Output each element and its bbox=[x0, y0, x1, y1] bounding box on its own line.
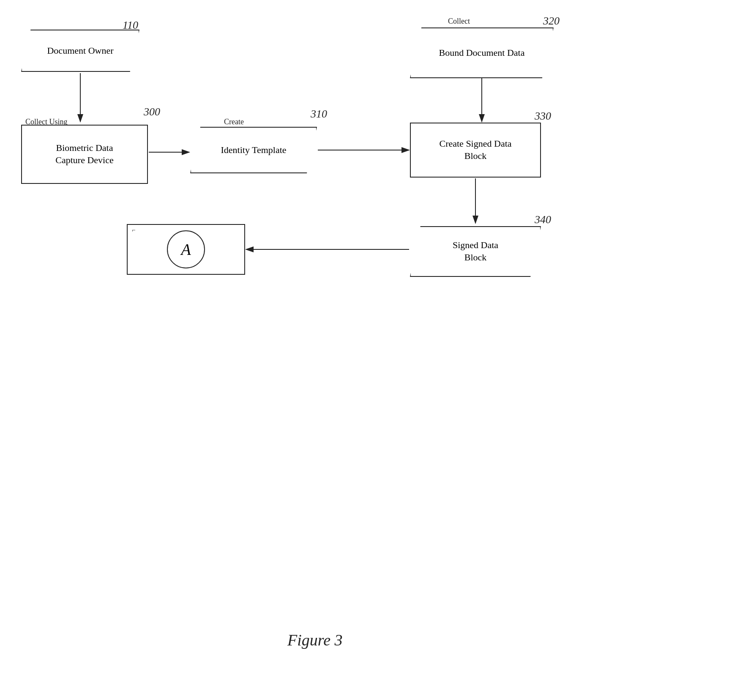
ref-300: 300 bbox=[144, 106, 160, 118]
biometric-capture-label: Biometric DataCapture Device bbox=[53, 139, 116, 169]
ref-330: 330 bbox=[535, 110, 551, 123]
diagram-container: 110 Document Owner 300 Collect Using Bio… bbox=[0, 0, 751, 700]
connector-a-box: ⌐ A bbox=[127, 224, 245, 275]
collect-label: Collect bbox=[448, 17, 470, 26]
ref-320: 320 bbox=[543, 15, 560, 27]
collect-bound-label: Bound Document Data bbox=[437, 44, 527, 62]
connector-a-circle: A bbox=[167, 230, 205, 268]
connector-a-letter: A bbox=[181, 240, 191, 259]
connector-a-ref-small: ⌐ bbox=[132, 227, 135, 234]
figure-caption: Figure 3 bbox=[287, 631, 343, 649]
biometric-capture-shape: Biometric DataCapture Device bbox=[21, 125, 148, 184]
ref-340: 340 bbox=[535, 213, 551, 226]
create-signed-shape: Create Signed DataBlock bbox=[410, 123, 541, 178]
signed-data-block-label: Signed DataBlock bbox=[450, 237, 501, 266]
identity-template-label: Identity Template bbox=[218, 142, 289, 159]
document-owner-shape: Document Owner bbox=[21, 30, 139, 72]
ref-310: 310 bbox=[311, 108, 327, 120]
create-label: Create bbox=[224, 118, 244, 126]
arrows-svg bbox=[0, 0, 751, 700]
signed-data-block-shape: Signed DataBlock bbox=[410, 226, 541, 277]
document-owner-label: Document Owner bbox=[44, 42, 116, 60]
create-signed-label: Create Signed DataBlock bbox=[437, 135, 514, 164]
identity-template-shape: Identity Template bbox=[190, 127, 317, 173]
collect-bound-shape: Bound Document Data bbox=[410, 27, 554, 78]
